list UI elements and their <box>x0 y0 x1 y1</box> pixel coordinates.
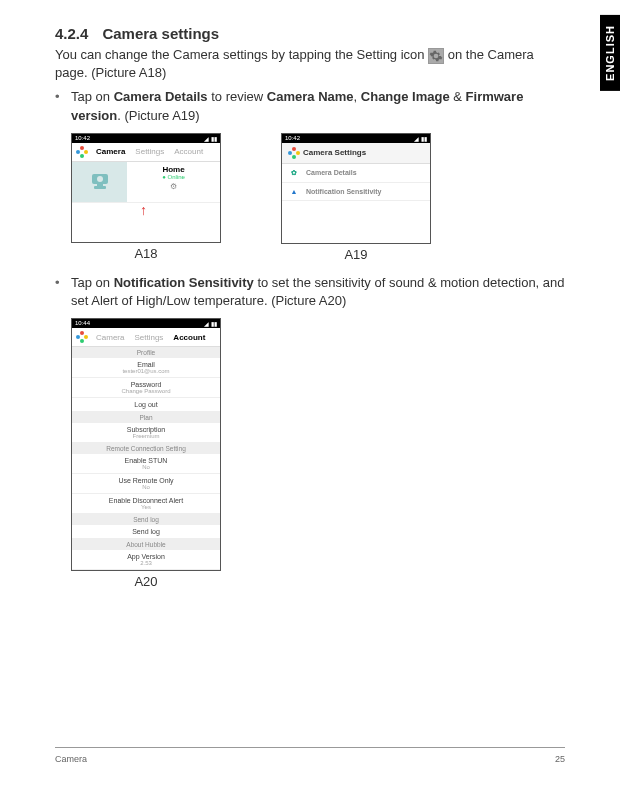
svg-point-1 <box>97 176 103 182</box>
item-logout[interactable]: Log out <box>72 398 220 412</box>
section-sendlog: Send log <box>72 514 220 525</box>
item-stun[interactable]: Enable STUNNo <box>72 454 220 474</box>
phone-a20: 10:44 ◢ ▮▮ Camera Settings Account Profi… <box>71 318 221 571</box>
figure-a18: 10:42 ◢ ▮▮ Camera Settings Account Home … <box>71 133 221 262</box>
section-remote: Remote Connection Setting <box>72 443 220 454</box>
tab-camera[interactable]: Camera <box>91 147 130 156</box>
tab-camera[interactable]: Camera <box>91 333 129 342</box>
section-about: About Hubble <box>72 539 220 550</box>
figure-a20: 10:44 ◢ ▮▮ Camera Settings Account Profi… <box>71 318 221 589</box>
figures-row-2: 10:44 ◢ ▮▮ Camera Settings Account Profi… <box>71 318 565 589</box>
bullet-2: • Tap on Notification Sensitivity to set… <box>55 274 565 310</box>
camera-info: Home ● Online ⚙ <box>127 162 220 202</box>
bullet-marker: • <box>55 88 71 124</box>
status-time: 10:42 <box>75 135 90 142</box>
hubble-logo-icon <box>76 146 88 158</box>
status-time: 10:44 <box>75 320 90 327</box>
item-disconnect-alert[interactable]: Enable Disconnect AlertYes <box>72 494 220 514</box>
status-signal-icon: ◢ ▮▮ <box>204 320 217 327</box>
camera-settings-header: Camera Settings <box>282 143 430 164</box>
camera-icon <box>88 172 112 192</box>
section-plan: Plan <box>72 412 220 423</box>
language-tab: ENGLISH <box>600 15 620 91</box>
item-remote-only[interactable]: Use Remote OnlyNo <box>72 474 220 494</box>
gear-icon: ✿ <box>288 169 300 177</box>
camera-name: Home <box>132 165 215 174</box>
item-email[interactable]: Emailtester01@us.com <box>72 358 220 378</box>
tab-account[interactable]: Account <box>168 333 210 342</box>
hubble-logo-icon <box>288 147 300 159</box>
figure-a19: 10:42 ◢ ▮▮ Camera Settings ✿ Camera Deta… <box>281 133 431 262</box>
bullet-1-text: Tap on Camera Details to review Camera N… <box>71 88 565 124</box>
page-content: 4.2.4Camera settings You can change the … <box>0 0 620 589</box>
svg-rect-3 <box>94 186 106 189</box>
camera-row[interactable]: Home ● Online ⚙ <box>72 162 220 203</box>
row-notification-sensitivity[interactable]: ▲ Notification Sensitivity <box>282 183 430 201</box>
camera-status: ● Online <box>132 174 215 180</box>
tab-account[interactable]: Account <box>169 147 208 156</box>
row-camera-details[interactable]: ✿ Camera Details <box>282 164 430 183</box>
alert-icon: ▲ <box>288 188 300 195</box>
hubble-logo-icon <box>76 331 88 343</box>
item-app-version: App Version2.53 <box>72 550 220 570</box>
item-password[interactable]: PasswordChange Password <box>72 378 220 398</box>
intro-text: You can change the Camera settings by ta… <box>55 46 565 82</box>
tab-settings[interactable]: Settings <box>130 147 169 156</box>
tab-bar: Camera Settings Account <box>72 143 220 162</box>
item-subscription[interactable]: SubscriptionFreemium <box>72 423 220 443</box>
camera-gear-icon[interactable]: ⚙ <box>132 182 215 191</box>
phone-a18: 10:42 ◢ ▮▮ Camera Settings Account Home … <box>71 133 221 243</box>
phone-a19: 10:42 ◢ ▮▮ Camera Settings ✿ Camera Deta… <box>281 133 431 244</box>
tab-bar: Camera Settings Account <box>72 328 220 347</box>
bullet-1: • Tap on Camera Details to review Camera… <box>55 88 565 124</box>
section-title: Camera settings <box>102 25 219 42</box>
section-heading: 4.2.4Camera settings <box>55 25 565 42</box>
gear-icon <box>428 48 444 64</box>
section-profile: Profile <box>72 347 220 358</box>
caption-a20: A20 <box>71 574 221 589</box>
arrow-annotation-icon: ↑ <box>72 203 220 217</box>
status-bar: 10:42 ◢ ▮▮ <box>282 134 430 143</box>
page-footer: Camera 25 <box>55 747 565 764</box>
camera-thumbnail <box>72 162 127 202</box>
status-bar: 10:42 ◢ ▮▮ <box>72 134 220 143</box>
tab-settings[interactable]: Settings <box>129 333 168 342</box>
caption-a19: A19 <box>281 247 431 262</box>
item-sendlog[interactable]: Send log <box>72 525 220 539</box>
status-time: 10:42 <box>285 135 300 142</box>
footer-chapter: Camera <box>55 754 87 764</box>
figures-row-1: 10:42 ◢ ▮▮ Camera Settings Account Home … <box>71 133 565 262</box>
status-signal-icon: ◢ ▮▮ <box>414 135 427 142</box>
status-signal-icon: ◢ ▮▮ <box>204 135 217 142</box>
footer-page-number: 25 <box>555 754 565 764</box>
status-bar: 10:44 ◢ ▮▮ <box>72 319 220 328</box>
section-number: 4.2.4 <box>55 25 88 42</box>
svg-rect-2 <box>97 184 103 186</box>
bullet-2-text: Tap on Notification Sensitivity to set t… <box>71 274 565 310</box>
bullet-marker: • <box>55 274 71 310</box>
caption-a18: A18 <box>71 246 221 261</box>
